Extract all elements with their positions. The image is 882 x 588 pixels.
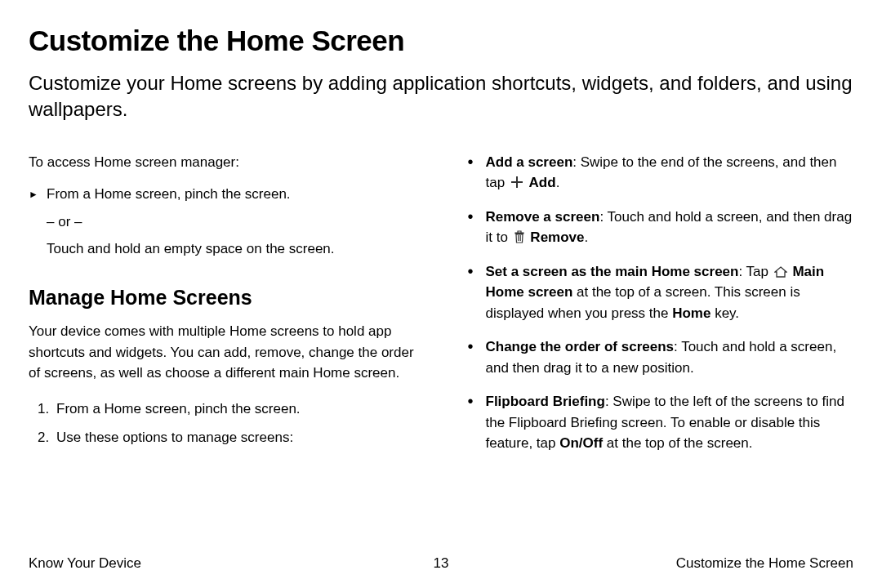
access-text: To access Home screen manager: bbox=[29, 152, 423, 173]
home-key-label: Home bbox=[672, 305, 710, 321]
options-list: Add a screen: Swipe to the end of the sc… bbox=[460, 152, 854, 454]
ordered-step-1: From a Home screen, pinch the screen. bbox=[53, 399, 423, 420]
option-label: Flipboard Briefing bbox=[486, 394, 605, 409]
manage-intro-text: Your device comes with multiple Home scr… bbox=[29, 321, 423, 384]
icon-label: Remove bbox=[530, 229, 584, 245]
trash-icon bbox=[514, 230, 525, 243]
footer-left: Know Your Device bbox=[29, 555, 141, 572]
ordered-step-2: Use these options to manage screens: bbox=[53, 427, 423, 448]
intro-paragraph: Customize your Home screens by adding ap… bbox=[29, 70, 853, 123]
option-add-screen: Add a screen: Swipe to the end of the sc… bbox=[479, 152, 854, 194]
footer-right: Customize the Home Screen bbox=[676, 555, 853, 572]
ordered-steps: From a Home screen, pinch the screen. Us… bbox=[45, 399, 423, 448]
access-step-2: Touch and hold an empty space on the scr… bbox=[29, 238, 423, 260]
access-step-1: From a Home screen, pinch the screen. bbox=[29, 184, 423, 205]
page-footer: Know Your Device 13 Customize the Home S… bbox=[29, 555, 853, 572]
home-icon bbox=[774, 266, 787, 278]
onoff-label: On/Off bbox=[559, 435, 603, 451]
icon-label: Add bbox=[529, 175, 556, 190]
option-text-3: key. bbox=[710, 305, 739, 321]
or-separator: – or – bbox=[29, 212, 423, 233]
option-change-order: Change the order of screens: Touch and h… bbox=[479, 336, 854, 378]
option-label: Set a screen as the main Home screen bbox=[486, 264, 739, 279]
option-main-home: Set a screen as the main Home screen: Ta… bbox=[479, 261, 854, 324]
page-title: Customize the Home Screen bbox=[29, 24, 853, 57]
plus-icon bbox=[510, 176, 523, 189]
section-heading-manage: Manage Home Screens bbox=[29, 283, 423, 314]
footer-page-number: 13 bbox=[434, 555, 449, 572]
left-column: To access Home screen manager: From a Ho… bbox=[29, 152, 423, 467]
option-label: Change the order of screens bbox=[486, 339, 675, 354]
right-column: Add a screen: Swipe to the end of the sc… bbox=[460, 152, 854, 467]
option-text: : Tap bbox=[738, 264, 772, 279]
two-column-layout: To access Home screen manager: From a Ho… bbox=[29, 152, 853, 467]
option-flipboard: Flipboard Briefing: Swipe to the left of… bbox=[479, 391, 854, 454]
option-label: Remove a screen bbox=[486, 209, 600, 225]
option-label: Add a screen bbox=[486, 154, 573, 170]
option-remove-screen: Remove a screen: Touch and hold a screen… bbox=[479, 207, 854, 248]
option-text-2: at the top of the screen. bbox=[603, 435, 752, 451]
